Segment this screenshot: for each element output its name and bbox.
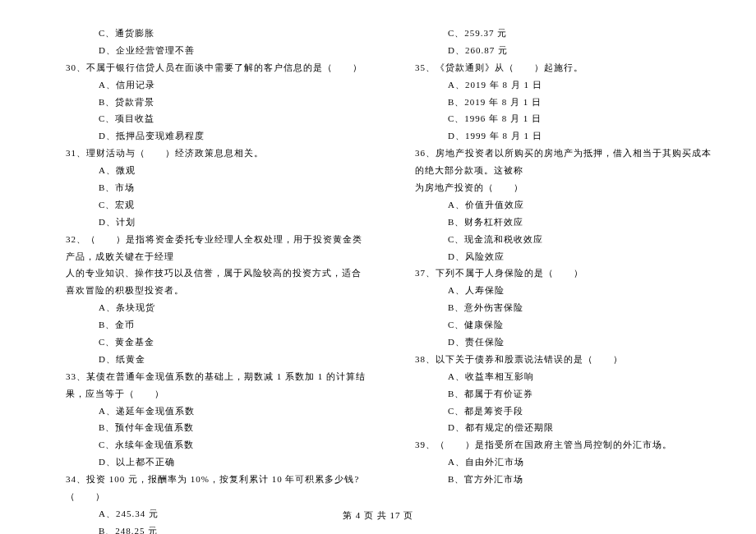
q36-option-a: A、价值升值效应 <box>390 196 715 214</box>
q33-option-d: D、以上都不正确 <box>41 453 366 471</box>
q30-option-b: B、贷款背景 <box>41 94 366 111</box>
q32-cont: 人的专业知识、操作技巧以及信誉，属于风险较高的投资方式，适合喜欢冒险的积极型投资… <box>41 265 366 299</box>
q31-option-c: C、宏观 <box>41 196 366 214</box>
q37-option-d: D、责任保险 <box>390 334 715 351</box>
left-column: C、通货膨胀 D、企业经营管理不善 30、不属于银行信贷人员在面谈中需要了解的客… <box>41 25 366 476</box>
q39-option-a: A、自由外汇市场 <box>390 453 715 471</box>
q38-text: 38、以下关于债券和股票说法错误的是（ ） <box>390 351 715 368</box>
q38-option-d: D、都有规定的偿还期限 <box>390 419 715 436</box>
q34-option-c: C、259.37 元 <box>390 25 715 42</box>
q37-option-b: B、意外伤害保险 <box>390 299 715 316</box>
q32-option-a: A、条块现货 <box>41 299 366 316</box>
q36-option-d: D、风险效应 <box>390 248 715 265</box>
q36-cont: 为房地产投资的（ ） <box>390 179 715 196</box>
content-columns: C、通货膨胀 D、企业经营管理不善 30、不属于银行信贷人员在面谈中需要了解的客… <box>41 25 715 476</box>
q29-option-d: D、企业经营管理不善 <box>41 42 366 59</box>
q31-option-a: A、微观 <box>41 162 366 179</box>
q32-option-d: D、纸黄金 <box>41 351 366 368</box>
q30-text: 30、不属于银行信贷人员在面谈中需要了解的客户信息的是（ ） <box>41 59 366 76</box>
q37-option-a: A、人寿保险 <box>390 282 715 299</box>
q33-option-b: B、预付年金现值系数 <box>41 419 366 436</box>
q39-option-b: B、官方外汇市场 <box>390 471 715 488</box>
q34-option-b: B、248.25 元 <box>41 522 366 534</box>
q35-option-a: A、2019 年 8 月 1 日 <box>390 76 715 94</box>
q36-text: 36、房地产投资者以所购买的房地产为抵押，借入相当于其购买成本的绝大部分款项。这… <box>390 145 715 179</box>
q38-option-a: A、收益率相互影响 <box>390 368 715 385</box>
q36-option-b: B、财务杠杆效应 <box>390 214 715 231</box>
right-column: C、259.37 元 D、260.87 元 35、《贷款通则》从（ ）起施行。 … <box>390 25 715 476</box>
q36-option-c: C、现金流和税收效应 <box>390 231 715 248</box>
q31-option-b: B、市场 <box>41 179 366 196</box>
q33-option-a: A、递延年金现值系数 <box>41 403 366 420</box>
q34-text: 34、投资 100 元，报酬率为 10%，按复利累计 10 年可积累多少钱?（ … <box>41 471 366 505</box>
q39-text: 39、（ ）是指受所在国政府主管当局控制的外汇市场。 <box>390 436 715 453</box>
q35-option-b: B、2019 年 8 月 1 日 <box>390 94 715 111</box>
q31-option-d: D、计划 <box>41 214 366 231</box>
q35-option-c: C、1996 年 8 月 1 日 <box>390 110 715 127</box>
q33-text: 33、某债在普通年金现值系数的基础上，期数减 1 系数加 1 的计算结果，应当等… <box>41 368 366 403</box>
q30-option-c: C、项目收益 <box>41 110 366 127</box>
q37-text: 37、下列不属于人身保险的是（ ） <box>390 265 715 282</box>
q38-option-c: C、都是筹资手段 <box>390 403 715 420</box>
q31-text: 31、理财活动与（ ）经济政策息息相关。 <box>41 145 366 162</box>
q30-option-a: A、信用记录 <box>41 76 366 94</box>
q30-option-d: D、抵押品变现难易程度 <box>41 127 366 145</box>
q32-option-c: C、黄金基金 <box>41 334 366 351</box>
q38-option-b: B、都属于有价证券 <box>390 385 715 403</box>
q35-text: 35、《贷款通则》从（ ）起施行。 <box>390 59 715 76</box>
q32-option-b: B、金币 <box>41 316 366 334</box>
q34-option-d: D、260.87 元 <box>390 42 715 59</box>
q32-text: 32、（ ）是指将资金委托专业经理人全权处理，用于投资黄金类产品，成败关键在于经… <box>41 231 366 265</box>
q29-option-c: C、通货膨胀 <box>41 25 366 42</box>
q37-option-c: C、健康保险 <box>390 316 715 334</box>
q35-option-d: D、1999 年 8 月 1 日 <box>390 127 715 145</box>
page-footer: 第 4 页 共 17 页 <box>0 509 756 522</box>
q33-option-c: C、永续年金现值系数 <box>41 436 366 453</box>
